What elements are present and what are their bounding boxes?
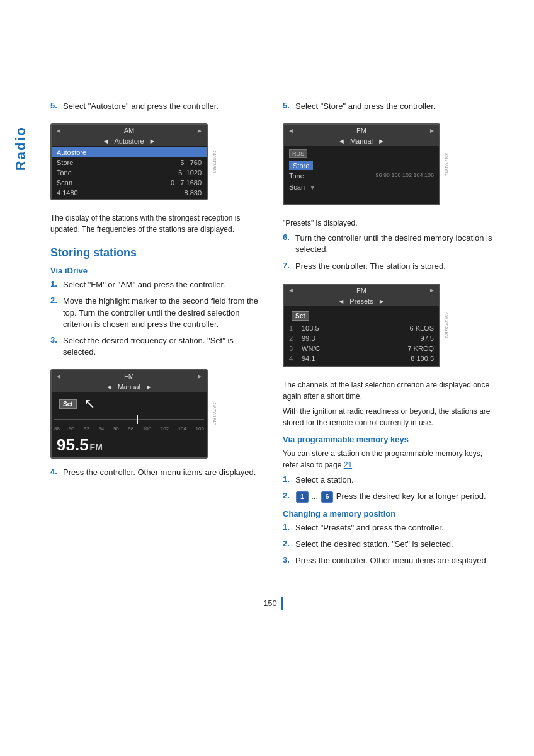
fm-presets-screen: ◄ FM ► ◄ Presets ► Set 1 bbox=[283, 284, 440, 367]
am-row-autostore-label: Autostore bbox=[57, 149, 86, 156]
preset-freq-1: 103.5 bbox=[302, 324, 366, 332]
step-5-right-num: 5. bbox=[283, 101, 292, 112]
sub-heading-idrive: Via iDrive bbox=[50, 266, 264, 275]
fm-store-sub-title: Manual bbox=[350, 137, 373, 145]
section-heading-storing: Storing stations bbox=[50, 246, 264, 260]
am-row-tone-label: Tone bbox=[57, 169, 72, 176]
freq-num-102: 102 bbox=[161, 426, 169, 432]
changing-step-1: 1. Select "Presets" and press the contro… bbox=[283, 522, 496, 534]
am-screen-wrapper: ◄ AM ► ◄ Autostore ► Autostore bbox=[50, 117, 208, 207]
freq-display: 95.5 FM bbox=[52, 433, 207, 457]
page-bar bbox=[281, 597, 283, 610]
memory-link[interactable]: 21 bbox=[344, 461, 352, 469]
fm-store-sub-left: ◄ bbox=[338, 137, 345, 145]
freq-num-98: 98 bbox=[128, 426, 134, 432]
fm-store-tone-label: Tone bbox=[289, 172, 304, 180]
fm-store-subheader: ◄ Manual ► bbox=[284, 136, 439, 146]
freq-num-92: 92 bbox=[84, 426, 89, 432]
freq-num-104: 104 bbox=[178, 426, 186, 432]
fm-presets-sub-left: ◄ bbox=[338, 297, 344, 305]
key-badge-6: 6 bbox=[321, 491, 334, 503]
preset-freq-2: 99.3 bbox=[302, 335, 366, 342]
fm-store-store-row: Store bbox=[284, 160, 439, 171]
preset-freq-3: WN/C bbox=[302, 345, 366, 352]
memory-text: You can store a station on the programma… bbox=[283, 448, 496, 471]
fm-store-spacer bbox=[284, 193, 439, 204]
sub-heading-changing: Changing a memory position bbox=[283, 509, 496, 518]
presets-set-row: Set bbox=[284, 309, 439, 323]
am-row-scan-val: 0 7 1680 bbox=[171, 179, 202, 186]
am-row-tone: Tone 6 1020 bbox=[52, 168, 207, 178]
fm-manual-header-right: ► bbox=[196, 373, 203, 380]
fm-store-screen: ◄ FM ► ◄ Manual ► RDS Store bbox=[283, 123, 440, 205]
fm-store-scan-indicator: ▼ bbox=[310, 185, 315, 191]
memory-step-2-num: 2. bbox=[283, 491, 292, 503]
fm-presets-header-title: FM bbox=[356, 287, 366, 294]
freq-num-96: 96 bbox=[113, 426, 119, 432]
preset-num-4: 4 bbox=[289, 355, 298, 362]
fm-store-header-title: FM bbox=[356, 127, 366, 134]
fm-manual-sub-right: ► bbox=[145, 383, 152, 391]
memory-step-1-text: Select a station. bbox=[295, 474, 496, 486]
fm-manual-sub-left: ◄ bbox=[106, 383, 113, 391]
step-5-left-num: 5. bbox=[50, 101, 59, 112]
preset-row-4: 4 94.1 8 100.5 bbox=[284, 353, 439, 364]
am-sub-right-arrow: ► bbox=[149, 137, 156, 145]
freq-num-94: 94 bbox=[98, 426, 104, 432]
preset-num-3: 3 bbox=[289, 345, 298, 352]
freq-num-88: 88 bbox=[54, 426, 60, 432]
fm-presets-header-left: ◄ bbox=[288, 287, 294, 294]
page-container: Radio 5. Select "Autostore" and press th… bbox=[0, 0, 534, 756]
rds-badge: RDS bbox=[289, 149, 307, 158]
fm-label: FM bbox=[90, 442, 103, 452]
am-row-store: Store 5 760 bbox=[52, 158, 207, 168]
fm-store-screen-wrapper: ◄ FM ► ◄ Manual ► RDS Store bbox=[283, 117, 440, 212]
fm-manual-header-left: ◄ bbox=[55, 373, 62, 380]
fm-manual-sub-title: Manual bbox=[118, 383, 140, 391]
preset-name-3: 7 KROQ bbox=[370, 345, 434, 352]
changing-step-2-text: Select the desired station. "Set" is sel… bbox=[295, 539, 496, 550]
memory-step-1-num: 1. bbox=[283, 474, 292, 486]
store-badge: Store bbox=[289, 161, 313, 170]
idrive-step-3-num: 3. bbox=[50, 335, 59, 358]
freq-bar bbox=[52, 413, 207, 426]
freq-num-90: 90 bbox=[69, 426, 74, 432]
fm-presets-sub-title: Presets bbox=[349, 297, 373, 305]
preset-name-2: 97.5 bbox=[370, 335, 434, 342]
fm-store-header: ◄ FM ► bbox=[284, 125, 439, 136]
two-column-layout: 5. Select "Autostore" and press the cont… bbox=[50, 101, 496, 572]
freq-bar-line bbox=[54, 419, 204, 420]
changing-step-1-num: 1. bbox=[283, 522, 292, 534]
idrive-step-1-num: 1. bbox=[50, 279, 59, 290]
memory-step-2-text: 1 ... 6 Press the desired key for a long… bbox=[295, 491, 496, 503]
am-sub-left-arrow: ◄ bbox=[103, 137, 110, 145]
preset-row-3: 3 WN/C 7 KROQ bbox=[284, 343, 439, 353]
preset-num-1: 1 bbox=[289, 324, 298, 332]
am-row-autostore: Autostore bbox=[52, 147, 207, 158]
am-screen-body: Autostore Store 5 760 Tone 6 1020 bbox=[52, 146, 207, 199]
left-column: 5. Select "Autostore" and press the cont… bbox=[50, 101, 264, 572]
right-column: 5. Select "Store" and press the controll… bbox=[283, 101, 496, 572]
fm-manual-body: Set ↖ bbox=[52, 392, 207, 413]
fm-manual-screen-wrapper: ◄ FM ► ◄ Manual ► Set ↖ bbox=[50, 363, 208, 465]
memory-text-before: You can store a station on the programma… bbox=[283, 449, 482, 469]
note-ignition: With the ignition at radio readiness or … bbox=[283, 406, 496, 428]
step-7: 7. Press the controller. The station is … bbox=[283, 261, 496, 272]
am-row-freq-right: 8 830 bbox=[184, 189, 202, 197]
step-6-text: Turn the controller until the desired me… bbox=[295, 232, 496, 255]
fm-store-header-right: ► bbox=[429, 127, 435, 134]
note-channels: The channels of the last selection crite… bbox=[283, 379, 496, 402]
fm-store-scan-row: Scan ▼ bbox=[284, 181, 439, 193]
freq-value: 95.5 bbox=[57, 435, 89, 455]
fm-store-tone-scale: 96 98 100 102 104 106 bbox=[375, 172, 434, 180]
idrive-step-2: 2. Move the highlight marker to the seco… bbox=[50, 295, 264, 330]
key-badge-1: 1 bbox=[296, 491, 309, 503]
am-row-store-label: Store bbox=[57, 159, 73, 166]
changing-step-3-text: Press the controller. Other menu items a… bbox=[295, 555, 496, 566]
step-4-num: 4. bbox=[50, 467, 59, 478]
fm-manual-subheader: ◄ Manual ► bbox=[52, 382, 207, 392]
radio-sidebar-label: Radio bbox=[13, 126, 29, 171]
am-header-left-arrow: ◄ bbox=[55, 127, 62, 134]
idrive-step-1-text: Select "FM" or "AM" and press the contro… bbox=[63, 279, 264, 290]
fm-store-rds-row: RDS bbox=[284, 146, 439, 160]
